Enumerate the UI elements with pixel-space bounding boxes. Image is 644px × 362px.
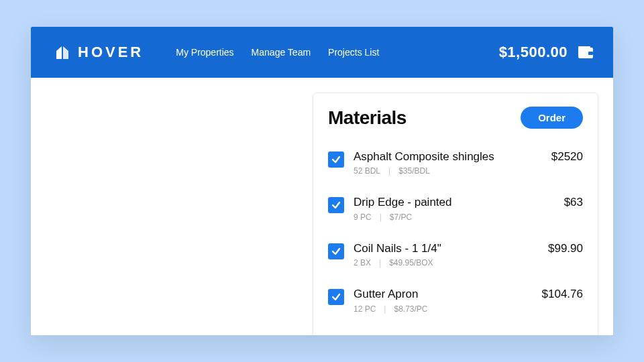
checkbox[interactable] xyxy=(328,243,344,259)
separator: | xyxy=(388,166,390,176)
item-total: $104.76 xyxy=(542,288,583,301)
item-name: Coil Nails - 1 1/4" xyxy=(354,242,539,255)
item-qty: 12 PC xyxy=(354,304,376,314)
check-icon xyxy=(331,292,341,302)
item-unit-price: $8.73/PC xyxy=(394,304,427,314)
list-item: Drip Edge - painted 9 PC | $7/PC $63 xyxy=(328,186,583,232)
separator: | xyxy=(379,258,381,267)
checkbox[interactable] xyxy=(328,152,344,168)
check-icon xyxy=(331,246,341,257)
list-item: Coil Nails - 1 1/4" 2 BX | $49.95/BOX $9… xyxy=(328,233,583,278)
item-total: $63 xyxy=(564,196,583,209)
brand: HOVER xyxy=(54,44,144,61)
top-nav: My Properties Manage Team Projects List xyxy=(176,47,379,58)
svg-rect-1 xyxy=(578,46,590,49)
balance-container: $1,500.00 xyxy=(499,44,593,61)
list-item: Asphalt Composite shingles 52 BDL | $35/… xyxy=(328,141,583,186)
nav-projects-list[interactable]: Projects List xyxy=(328,47,379,58)
checkbox[interactable] xyxy=(328,289,344,305)
checkbox[interactable] xyxy=(328,197,344,213)
item-name: Gutter Apron xyxy=(354,288,533,301)
list-item: Gutter Apron 12 PC | $8.73/PC $104.76 xyxy=(328,278,583,324)
item-name: Drip Edge - painted xyxy=(354,196,555,209)
nav-my-properties[interactable]: My Properties xyxy=(176,47,233,58)
order-button[interactable]: Order xyxy=(521,107,583,129)
brand-text: HOVER xyxy=(78,44,144,61)
list-item-partial xyxy=(328,324,583,335)
app-window: HOVER My Properties Manage Team Projects… xyxy=(31,27,613,335)
item-unit-price: $35/BDL xyxy=(398,166,430,176)
separator: | xyxy=(380,213,382,222)
item-unit-price: $7/PC xyxy=(390,213,412,222)
materials-list: Asphalt Composite shingles 52 BDL | $35/… xyxy=(328,141,583,335)
wallet-icon[interactable] xyxy=(578,46,593,58)
hover-logo-icon xyxy=(54,44,71,60)
check-icon xyxy=(331,154,341,165)
card-header: Materials Order xyxy=(328,107,583,129)
item-total: $2520 xyxy=(551,150,583,164)
item-qty: 52 BDL xyxy=(354,166,380,176)
item-total: $99.90 xyxy=(548,242,583,255)
content-area: Materials Order Asphalt Composite shingl… xyxy=(31,78,613,335)
item-name: Asphalt Composite shingles xyxy=(354,150,542,164)
app-header: HOVER My Properties Manage Team Projects… xyxy=(31,27,613,78)
card-title: Materials xyxy=(328,107,407,129)
item-unit-price: $49.95/BOX xyxy=(389,258,433,267)
item-qty: 9 PC xyxy=(354,213,372,222)
balance-amount: $1,500.00 xyxy=(499,44,568,61)
check-icon xyxy=(331,200,341,210)
svg-rect-2 xyxy=(588,52,593,55)
materials-card: Materials Order Asphalt Composite shingl… xyxy=(313,93,598,335)
separator: | xyxy=(384,304,386,314)
nav-manage-team[interactable]: Manage Team xyxy=(252,47,311,58)
item-qty: 2 BX xyxy=(354,258,371,267)
